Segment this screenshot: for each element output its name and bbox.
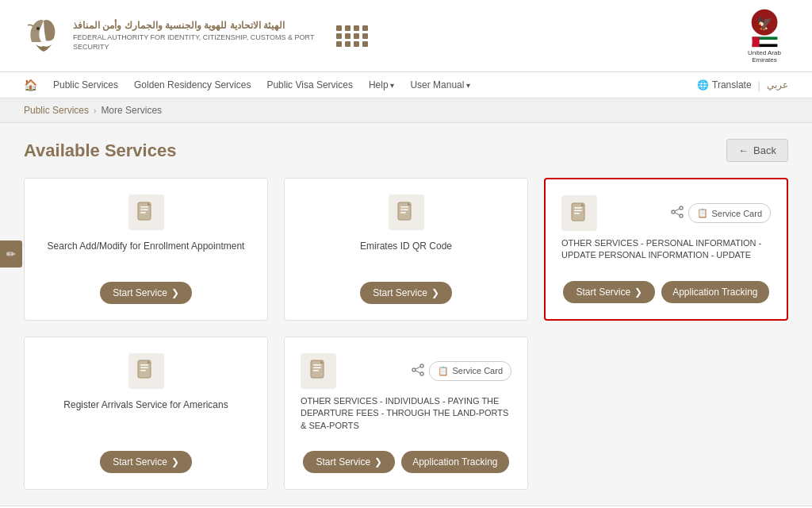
svg-rect-12: [400, 206, 408, 208]
card-icon-small: 📋: [697, 208, 708, 218]
logo-text: الهيئة الاتحادية للهوية والجنسية والجمار…: [73, 19, 327, 52]
uae-emblem-area: 🦅 United Arab Emirates: [741, 8, 788, 64]
card1-body: Search Add/Modify for Enrollment Appoint…: [40, 240, 251, 274]
service-card-4: Register Arrivals Service for Americans …: [24, 337, 268, 490]
svg-line-35: [416, 367, 420, 369]
uae-emblem: 🦅 United Arab Emirates: [741, 8, 788, 64]
nav-help[interactable]: Help: [369, 79, 394, 90]
logo-english: FEDERAL AUTHORITY FOR IDENTITY, CITIZENS…: [73, 33, 327, 52]
card3-tracking-button[interactable]: Application Tracking: [661, 281, 768, 303]
svg-rect-25: [140, 364, 148, 366]
card5-service-card-button[interactable]: 📋 Service Card: [429, 361, 511, 381]
emblem-text: United Arab Emirates: [741, 49, 788, 64]
start-arrow-icon-4: ❯: [171, 456, 179, 468]
breadcrumb: Public Services › More Services: [0, 98, 812, 123]
svg-rect-8: [140, 206, 148, 208]
breadcrumb-public-services[interactable]: Public Services: [24, 105, 89, 116]
card3-actions: Start Service ❯ Application Tracking: [563, 281, 768, 303]
breadcrumb-current: More Services: [101, 105, 162, 116]
svg-rect-9: [140, 209, 148, 210]
document-icon: [136, 202, 155, 224]
svg-rect-17: [574, 210, 582, 211]
svg-point-33: [412, 368, 416, 371]
nav-golden-residency[interactable]: Golden Residency Services: [134, 79, 251, 90]
card4-body: Register Arrivals Service for Americans: [40, 398, 251, 443]
nav-divider: |: [758, 79, 760, 91]
card3-share-icon[interactable]: [671, 206, 684, 221]
start-arrow-icon: ❯: [171, 287, 179, 298]
translate-label: Translate: [712, 79, 752, 90]
logo-bird-icon: [24, 14, 63, 58]
uae-emblem-icon: 🦅: [743, 8, 787, 48]
nav-public-visa[interactable]: Public Visa Services: [266, 79, 353, 90]
card1-start-button[interactable]: Start Service ❯: [100, 282, 192, 304]
service-card-2: Emirates ID QR Code Start Service ❯: [284, 178, 528, 321]
navigation: 🏠 Public Services Golden Residency Servi…: [0, 72, 812, 98]
card2-start-button[interactable]: Start Service ❯: [360, 282, 452, 304]
card5-share-icon[interactable]: [412, 364, 424, 379]
svg-rect-27: [140, 370, 146, 371]
svg-point-34: [420, 372, 423, 375]
card2-title: Emirates ID QR Code: [360, 240, 452, 264]
card1-icon: [128, 194, 164, 230]
edit-button[interactable]: ✏: [0, 241, 22, 267]
page-title: Available Services: [24, 140, 176, 161]
card4-title: Register Arrivals Service for Americans: [63, 398, 228, 423]
svg-line-22: [675, 209, 680, 211]
svg-point-0: [36, 27, 40, 30]
nav-public-services[interactable]: Public Services: [53, 79, 118, 90]
back-label: Back: [753, 144, 776, 156]
home-icon[interactable]: 🏠: [24, 79, 37, 91]
nav-user-manual[interactable]: User Manual: [410, 79, 470, 90]
start-arrow-icon-2: ❯: [431, 287, 439, 298]
svg-rect-16: [574, 207, 582, 209]
card5-start-button[interactable]: Start Service ❯: [303, 451, 395, 473]
document-icon-2: [396, 202, 416, 224]
header: الهيئة الاتحادية للهوية والجنسية والجمار…: [0, 0, 812, 72]
share-icon-svg: [671, 206, 684, 218]
document-icon-5: [309, 360, 328, 382]
card5-body: OTHER SERVICES - INDIVIDUALS - PAYING TH…: [301, 395, 511, 443]
svg-line-23: [675, 213, 680, 215]
svg-rect-30: [313, 368, 321, 369]
translate-button[interactable]: 🌐 Translate: [697, 79, 752, 90]
card3-service-card-button[interactable]: 📋 Service Card: [688, 203, 771, 223]
svg-point-19: [680, 206, 683, 210]
svg-rect-14: [400, 212, 406, 214]
main-content: Available Services ← Back Search Add/Mod…: [0, 123, 812, 506]
svg-line-36: [416, 371, 420, 373]
card5-service-card-label: Service Card: [452, 366, 503, 375]
svg-rect-6: [752, 37, 759, 47]
card5-icon: [301, 353, 336, 389]
service-card-1: Search Add/Modify for Enrollment Appoint…: [24, 178, 268, 321]
card1-actions: Start Service ❯: [100, 282, 192, 304]
card2-body: Emirates ID QR Code: [301, 240, 511, 274]
logo-arabic: الهيئة الاتحادية للهوية والجنسية والجمار…: [73, 19, 327, 33]
back-arrow-icon: ←: [738, 144, 749, 156]
card5-tracking-button[interactable]: Application Tracking: [401, 451, 508, 473]
service-card-3: 📋 Service Card OTHER SERVICES - PERSONAL…: [544, 178, 788, 321]
card4-actions: Start Service ❯: [100, 451, 192, 473]
card2-icon: [389, 194, 424, 230]
svg-point-20: [672, 210, 675, 214]
svg-rect-26: [140, 368, 148, 369]
card4-icon: [128, 353, 164, 389]
card3-title: OTHER SERVICES - PERSONAL INFORMATION - …: [561, 237, 771, 273]
translate-icon: 🌐: [697, 79, 709, 90]
card3-service-card-label: Service Card: [711, 209, 762, 218]
svg-point-21: [680, 214, 683, 217]
share-icon-svg-5: [412, 364, 424, 376]
card5-card-icon: 📋: [438, 366, 449, 376]
back-button[interactable]: ← Back: [726, 139, 788, 162]
breadcrumb-separator: ›: [94, 106, 96, 115]
card3-start-button[interactable]: Start Service ❯: [563, 281, 655, 303]
document-icon-3: [570, 202, 589, 225]
arabic-link[interactable]: عربي: [767, 79, 788, 90]
card5-actions: Start Service ❯ Application Tracking: [303, 451, 508, 473]
card3-body: OTHER SERVICES - PERSONAL INFORMATION - …: [561, 237, 771, 273]
card2-actions: Start Service ❯: [360, 282, 452, 304]
page-header: Available Services ← Back: [24, 139, 788, 162]
card4-start-button[interactable]: Start Service ❯: [100, 451, 192, 473]
card5-title: OTHER SERVICES - INDIVIDUALS - PAYING TH…: [301, 395, 511, 443]
nav-right: 🌐 Translate | عربي: [697, 79, 788, 91]
